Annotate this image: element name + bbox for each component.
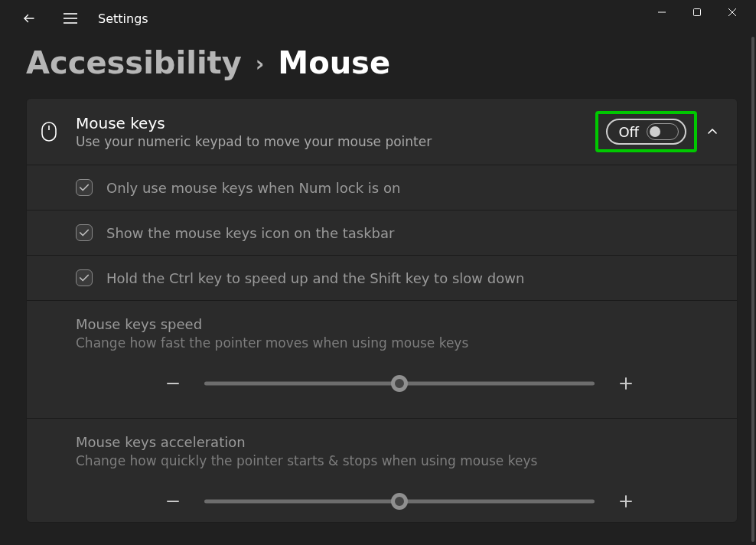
scrollbar[interactable] bbox=[751, 37, 754, 542]
mouse-icon bbox=[41, 121, 71, 142]
breadcrumb-parent[interactable]: Accessibility bbox=[26, 47, 242, 78]
mouse-keys-title: Mouse keys bbox=[76, 114, 595, 132]
option-ctrl-shift-row[interactable]: Hold the Ctrl key to speed up and the Sh… bbox=[27, 256, 737, 300]
maximize-button[interactable] bbox=[679, 0, 715, 24]
svg-rect-8 bbox=[42, 122, 56, 141]
chevron-up-icon[interactable] bbox=[702, 121, 723, 142]
option-taskbar-icon-label: Show the mouse keys icon on the taskbar bbox=[106, 225, 394, 241]
breadcrumb-current: Mouse bbox=[278, 47, 390, 78]
content: Mouse keys Use your numeric keypad to mo… bbox=[0, 98, 756, 523]
mouse-keys-toggle-highlight: Off bbox=[595, 111, 697, 152]
mouse-keys-toggle-container: Off bbox=[606, 119, 686, 145]
titlebar: Settings bbox=[0, 0, 756, 37]
app-title: Settings bbox=[98, 11, 148, 26]
speed-slider[interactable] bbox=[204, 374, 595, 393]
speed-title: Mouse keys speed bbox=[76, 316, 723, 332]
speed-description: Change how fast the pointer moves when u… bbox=[76, 335, 723, 351]
speed-decrease-button[interactable] bbox=[160, 370, 186, 397]
acceleration-title: Mouse keys acceleration bbox=[76, 434, 723, 450]
option-numlock-label: Only use mouse keys when Num lock is on bbox=[106, 180, 400, 196]
mouse-keys-toggle[interactable] bbox=[647, 123, 679, 140]
acceleration-description: Change how quickly the pointer starts & … bbox=[76, 453, 723, 468]
minimize-button[interactable] bbox=[644, 0, 679, 24]
acceleration-increase-button[interactable] bbox=[613, 488, 639, 514]
acceleration-slider-thumb[interactable] bbox=[391, 493, 408, 510]
acceleration-slider[interactable] bbox=[204, 492, 595, 511]
svg-rect-5 bbox=[694, 9, 701, 16]
option-ctrl-shift-label: Hold the Ctrl key to speed up and the Sh… bbox=[106, 270, 524, 286]
speed-increase-button[interactable] bbox=[613, 370, 639, 397]
option-taskbar-icon-row[interactable]: Show the mouse keys icon on the taskbar bbox=[27, 210, 737, 255]
checkbox-taskbar-icon[interactable] bbox=[76, 224, 93, 241]
mouse-keys-card: Mouse keys Use your numeric keypad to mo… bbox=[26, 98, 738, 523]
acceleration-section: Mouse keys acceleration Change how quick… bbox=[27, 419, 737, 522]
mouse-keys-description: Use your numeric keypad to move your mou… bbox=[76, 134, 595, 149]
window-controls bbox=[644, 0, 750, 37]
back-button[interactable] bbox=[15, 5, 43, 32]
chevron-right-icon: › bbox=[256, 54, 265, 75]
toggle-label: Off bbox=[618, 124, 639, 140]
breadcrumb: Accessibility › Mouse bbox=[0, 37, 756, 98]
option-numlock-row[interactable]: Only use mouse keys when Num lock is on bbox=[27, 165, 737, 210]
speed-slider-thumb[interactable] bbox=[391, 375, 408, 392]
speed-section: Mouse keys speed Change how fast the poi… bbox=[27, 301, 737, 418]
checkbox-ctrl-shift[interactable] bbox=[76, 269, 93, 286]
acceleration-decrease-button[interactable] bbox=[160, 488, 186, 514]
close-button[interactable] bbox=[715, 0, 750, 24]
mouse-keys-header[interactable]: Mouse keys Use your numeric keypad to mo… bbox=[27, 99, 737, 165]
menu-button[interactable] bbox=[54, 5, 87, 32]
checkbox-numlock[interactable] bbox=[76, 179, 93, 196]
